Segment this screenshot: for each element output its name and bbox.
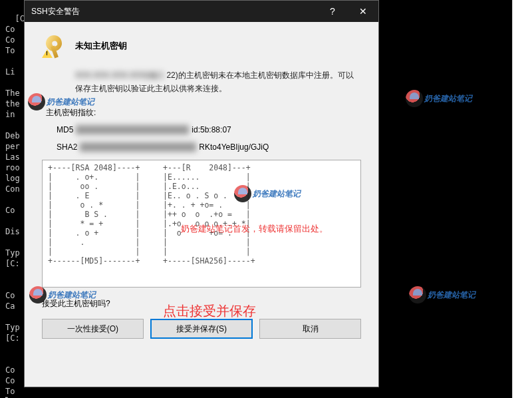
md5-fingerprint: MD5 xx:xx:xx:xx:xx:xx:xx:xx:xx:xx:xx id:… xyxy=(57,125,361,134)
right-panel-strip xyxy=(512,0,532,398)
accept-save-button[interactable]: 接受并保存(S) xyxy=(150,319,253,339)
dialog-title: SSH安全警告 xyxy=(31,6,317,17)
fingerprint-label: 主机密钥指纹: xyxy=(46,107,361,118)
help-icon: ? xyxy=(330,6,335,17)
ssh-warning-dialog: SSH安全警告 ? ✕ 未知主机密钥 XXX.XXX.XXX.XXX(端口 22… xyxy=(24,0,379,387)
dialog-body: 未知主机密钥 XXX.XXX.XXX.XXX(端口 22)的主机密钥未在本地主机… xyxy=(25,22,378,387)
host-address-blurred: XXX.XXX.XXX.XXX(端口 xyxy=(75,71,164,80)
ascii-art-fingerprint: +----[RSA 2048]----+ +---[R 2048]---+ | … xyxy=(42,160,361,288)
key-warning-icon xyxy=(42,34,66,58)
accept-prompt: 接受此主机密钥吗? xyxy=(42,298,361,309)
dialog-button-row: 一次性接受(O) 接受并保存(S) 取消 xyxy=(42,319,361,339)
titlebar-help-button[interactable]: ? xyxy=(317,1,348,22)
sha-fingerprint: SHA2 xxxxxxxxxxxxxxxxxxxxxxxxxxxxxxxx RK… xyxy=(57,142,361,152)
cancel-button[interactable]: 取消 xyxy=(259,319,361,339)
md5-blurred: xx:xx:xx:xx:xx:xx:xx:xx:xx:xx:xx xyxy=(76,125,189,134)
titlebar-close-button[interactable]: ✕ xyxy=(348,1,378,22)
dialog-titlebar[interactable]: SSH安全警告 ? ✕ xyxy=(25,1,378,22)
dialog-description: XXX.XXX.XXX.XXX(端口 22)的主机密钥未在本地主机密钥数据库中注… xyxy=(75,69,361,95)
accept-once-button[interactable]: 一次性接受(O) xyxy=(42,319,144,339)
close-icon: ✕ xyxy=(359,6,367,17)
dialog-heading: 未知主机密钥 xyxy=(75,40,127,52)
sha-blurred: xxxxxxxxxxxxxxxxxxxxxxxxxxxxxxxx xyxy=(80,142,196,152)
